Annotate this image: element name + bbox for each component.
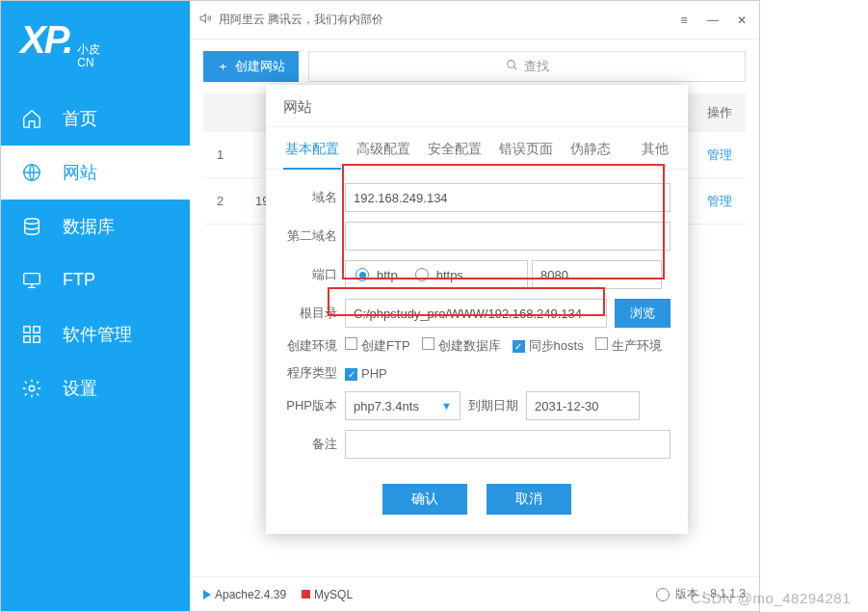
search-box[interactable]: 查找 (308, 51, 746, 82)
nav-label: FTP (63, 270, 95, 290)
nav-ftp[interactable]: FTP (1, 253, 190, 307)
col-operation: 操作 (707, 104, 732, 121)
service-label: Apache2.4.39 (215, 588, 286, 601)
plus-icon: ＋ (217, 58, 229, 75)
svg-point-7 (29, 386, 35, 391)
globe-icon (20, 161, 43, 184)
nav-label: 首页 (63, 107, 97, 130)
nav-site[interactable]: 网站 (1, 146, 190, 200)
row-index: 1 (217, 147, 255, 162)
menu-icon[interactable]: ≡ (676, 13, 692, 28)
dialog-tabs: 基本配置 高级配置 安全配置 错误页面 伪静态 其他 (266, 127, 688, 170)
grid-icon (20, 323, 43, 346)
gear-icon (20, 377, 43, 400)
cancel-button[interactable]: 取消 (487, 484, 571, 515)
svg-rect-3 (24, 327, 30, 333)
row-index: 2 (217, 194, 255, 208)
tab-advanced[interactable]: 高级配置 (355, 137, 412, 169)
button-label: 创建网站 (235, 58, 285, 75)
label-ptype: 程序类型 (283, 364, 345, 382)
svg-rect-4 (34, 327, 39, 333)
svg-rect-5 (24, 336, 30, 342)
service-mysql[interactable]: MySQL (302, 588, 353, 601)
svg-rect-6 (34, 336, 39, 342)
tab-security[interactable]: 安全配置 (426, 137, 484, 169)
tab-rewrite[interactable]: 伪静态 (568, 137, 613, 169)
nav-label: 数据库 (63, 215, 115, 238)
chk-prod[interactable]: 生产环境 (595, 337, 662, 355)
logo-xp: XP. (20, 18, 71, 62)
service-label: MySQL (314, 588, 353, 601)
label-expire: 到期日期 (468, 397, 518, 414)
stop-icon (302, 590, 310, 599)
chk-hosts[interactable]: 同步hosts (513, 337, 584, 355)
svg-rect-2 (24, 273, 40, 283)
label-port: 端口 (283, 266, 345, 283)
statusbar: Apache2.4.39 MySQL 版本：8.1.1.3 (190, 576, 759, 611)
titlebar: 用阿里云 腾讯云，我们有内部价 ≡ — ✕ (190, 1, 759, 40)
watermark: CSDN @mo_48294281 (691, 590, 851, 606)
chk-php[interactable]: PHP (345, 366, 387, 381)
phpver-select[interactable]: php7.3.4nts▼ (345, 391, 460, 420)
logo: XP. 小皮CN (1, 1, 190, 92)
note-input[interactable] (345, 430, 671, 459)
radio-https[interactable]: https (415, 268, 463, 282)
label-domain2: 第二域名 (283, 227, 345, 245)
nav-label: 设置 (63, 377, 97, 400)
create-site-button[interactable]: ＋ 创建网站 (203, 51, 299, 82)
domain2-input[interactable] (345, 222, 671, 251)
chevron-down-icon: ▼ (441, 400, 452, 412)
dialog-title: 网站 (266, 85, 688, 127)
site-dialog: 网站 基本配置 高级配置 安全配置 错误页面 伪静态 其他 域名 第二域名 端口… (266, 85, 688, 534)
manage-link[interactable]: 管理 (707, 146, 732, 164)
dialog-form: 域名 第二域名 端口 http https 根目录 浏览 创建环境 创建FTP … (266, 170, 688, 472)
home-icon (20, 107, 43, 130)
label-phpver: PHP版本 (283, 397, 345, 414)
sidebar: XP. 小皮CN 首页 网站 数据库 FTP 软件管理 设置 (1, 1, 190, 611)
radio-http[interactable]: http (355, 268, 398, 282)
monitor-icon (20, 269, 43, 292)
close-button[interactable]: ✕ (734, 13, 750, 28)
tab-basic[interactable]: 基本配置 (283, 137, 341, 170)
svg-point-8 (507, 61, 514, 68)
nav-database[interactable]: 数据库 (1, 200, 190, 253)
database-icon (20, 215, 43, 238)
nav-label: 网站 (63, 161, 97, 184)
play-icon (203, 590, 211, 599)
ok-button[interactable]: 确认 (382, 484, 467, 515)
browse-button[interactable]: 浏览 (615, 299, 671, 328)
search-icon (506, 59, 518, 74)
chk-db[interactable]: 创建数据库 (422, 337, 501, 355)
label-domain: 域名 (283, 189, 345, 206)
protocol-group: http https (345, 260, 528, 289)
speaker-icon (199, 12, 213, 28)
nav-settings[interactable]: 设置 (1, 361, 190, 415)
tab-error[interactable]: 错误页面 (497, 137, 555, 169)
logo-sub: 小皮CN (77, 42, 100, 70)
info-icon (656, 588, 670, 601)
tab-other[interactable]: 其他 (640, 137, 671, 169)
minimize-button[interactable]: — (705, 13, 721, 28)
label-env: 创建环境 (283, 337, 345, 355)
svg-point-1 (25, 219, 39, 225)
manage-link[interactable]: 管理 (707, 193, 732, 210)
root-input[interactable] (345, 299, 607, 328)
nav-label: 软件管理 (63, 323, 132, 346)
label-note: 备注 (283, 436, 345, 453)
search-label: 查找 (524, 58, 549, 75)
nav-software[interactable]: 软件管理 (1, 307, 190, 361)
label-root: 根目录 (283, 305, 345, 322)
nav-home[interactable]: 首页 (1, 92, 190, 146)
service-apache[interactable]: Apache2.4.39 (203, 588, 286, 601)
domain-input[interactable] (345, 183, 671, 212)
chk-ftp[interactable]: 创建FTP (345, 337, 410, 355)
expire-input[interactable] (526, 391, 640, 420)
announcement-text: 用阿里云 腾讯云，我们有内部价 (219, 12, 383, 28)
port-input[interactable] (532, 260, 662, 289)
